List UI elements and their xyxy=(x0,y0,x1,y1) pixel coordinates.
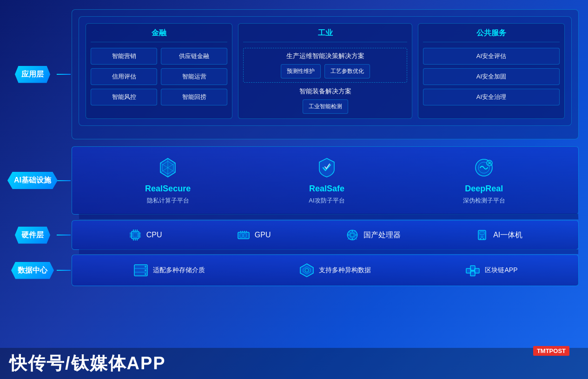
svg-point-49 xyxy=(145,266,146,268)
gpu-icon xyxy=(236,228,251,242)
industry-section: 工业 生产运维智能决策解决方案 预测性维护 工艺参数优化 智能装备解决方案 工业 xyxy=(238,23,412,119)
gpu-label: GPU xyxy=(255,231,271,239)
deepreal-item: DeepReal 深伪检测子平台 xyxy=(463,156,505,205)
public-item-2: AI安全加固 xyxy=(423,68,560,85)
ai-infra-label-inner: AI基础设施 xyxy=(7,172,58,189)
finance-item-6: 智能回捞 xyxy=(161,89,227,105)
realsecure-icon xyxy=(156,156,179,179)
cpu-icon xyxy=(128,228,143,242)
realsecure-name: RealSecure xyxy=(145,184,191,194)
finance-item-4: 智能运营 xyxy=(161,68,227,85)
ai-infra-content: RealSecure 隐私计算子平台 RealSafe AI攻防子平台 xyxy=(72,146,579,215)
datacenter-content-wrap: 适配多种存储介质 支持多种异构数据 xyxy=(72,255,579,286)
public-section: 公共服务 AI安全评估 AI安全加固 AI安全治理 xyxy=(418,23,565,119)
industry-title: 工业 xyxy=(243,28,407,42)
public-title: 公共服务 xyxy=(423,28,560,42)
datacenter-label: 数据中心 xyxy=(9,262,56,279)
solution1-title: 生产运维智能决策解决方案 xyxy=(247,52,403,60)
finance-title: 金融 xyxy=(91,28,227,42)
hardware-label: 硬件层 xyxy=(9,227,56,244)
tmtpost-badge-area: TMTPOST xyxy=(533,346,569,356)
finance-item-2: 供应链金融 xyxy=(161,48,227,65)
solution2-item-1: 工业智能检测 xyxy=(303,99,348,114)
app-layer-inner: 金融 智能营销 供应链金融 信用评估 智能运营 智能风控 智能回捞 工业 xyxy=(86,23,565,119)
solution1-item-1: 预测性维护 xyxy=(281,64,321,78)
main-container: 应用层 金融 智能营销 供应链金融 信用评估 智能运营 智能风控 智能回捞 xyxy=(0,0,588,379)
hw-ai-machine: AI一体机 xyxy=(475,228,522,242)
ai-infra-label: AI基础设施 xyxy=(9,172,56,189)
hardware-label-inner: 硬件层 xyxy=(15,227,50,244)
blockchain-label: 区块链APP xyxy=(485,266,517,274)
hardware-content: CPU GPU xyxy=(72,220,579,250)
realsecure-desc: 隐私计算子平台 xyxy=(147,196,189,205)
dc-blockchain: 区块链APP xyxy=(464,262,517,279)
finance-grid: 智能营销 供应链金融 信用评估 智能运营 智能风控 智能回捞 xyxy=(91,48,227,105)
ai-machine-label: AI一体机 xyxy=(493,230,522,240)
public-grid: AI安全评估 AI安全加固 AI安全治理 xyxy=(423,48,560,105)
hardware-layer-row: 硬件层 xyxy=(9,220,579,250)
svg-rect-26 xyxy=(244,234,246,237)
svg-point-50 xyxy=(145,269,146,271)
app-connector xyxy=(57,74,71,75)
hw-domestic: 国产处理器 xyxy=(345,228,401,242)
ai-connector xyxy=(57,180,71,181)
public-item-3: AI安全治理 xyxy=(423,89,560,105)
ai-machine-icon xyxy=(475,228,489,242)
svg-point-43 xyxy=(481,236,483,238)
solution2-items: 工业智能检测 xyxy=(243,99,407,114)
application-layer-row: 应用层 金融 智能营销 供应链金融 信用评估 智能运营 智能风控 智能回捞 xyxy=(9,9,579,139)
datacenter-layer-row: 数据中心 适配多种存储介质 xyxy=(9,255,579,286)
deepreal-icon xyxy=(472,156,496,179)
svg-point-54 xyxy=(305,268,309,272)
public-item-1: AI安全评估 xyxy=(423,48,560,65)
svg-rect-25 xyxy=(240,234,243,237)
watermark-cn: 快传号/钛媒体APP xyxy=(9,352,166,375)
solution2-box: 智能装备解决方案 工业智能检测 xyxy=(243,87,407,114)
hetero-label: 支持多种异构数据 xyxy=(319,266,371,274)
domestic-cpu-label: 国产处理器 xyxy=(363,230,401,240)
svg-rect-58 xyxy=(470,271,475,276)
svg-rect-11 xyxy=(133,233,138,237)
domestic-cpu-icon xyxy=(345,228,360,242)
app-layer-label-inner: 应用层 xyxy=(15,66,50,83)
hetero-icon xyxy=(298,262,315,279)
finance-item-5: 智能风控 xyxy=(91,89,157,105)
app-layer-label: 应用层 xyxy=(9,66,56,83)
blockchain-icon xyxy=(464,262,481,279)
realsafe-item: RealSafe AI攻防子平台 xyxy=(309,156,344,205)
solution2-title: 智能装备解决方案 xyxy=(243,87,407,96)
tmtpost-badge: TMTPOST xyxy=(533,346,569,356)
storage-label: 适配多种存储介质 xyxy=(153,266,205,274)
hw-connector xyxy=(57,235,71,235)
solution1-items: 预测性维护 工艺参数优化 xyxy=(247,64,403,78)
solution1-item-2: 工艺参数优化 xyxy=(324,64,370,78)
dc-storage: 适配多种存储介质 xyxy=(132,262,205,279)
hw-gpu: GPU xyxy=(236,228,271,242)
cpu-label: CPU xyxy=(146,231,162,239)
deepreal-desc: 深伪检测子平台 xyxy=(463,196,505,205)
industry-inner: 生产运维智能决策解决方案 预测性维护 工艺参数优化 xyxy=(243,48,407,83)
realsafe-desc: AI攻防子平台 xyxy=(309,196,344,205)
realsecure-item: RealSecure 隐私计算子平台 xyxy=(145,156,191,205)
ai-infra-layer-row: AI基础设施 RealSecure xyxy=(9,146,579,215)
datacenter-label-inner: 数据中心 xyxy=(11,262,54,279)
watermark: 快传号/钛媒体APP xyxy=(0,348,588,379)
datacenter-content: 适配多种存储介质 支持多种异构数据 xyxy=(72,255,579,286)
finance-item-3: 信用评估 xyxy=(91,68,157,85)
dc-connector xyxy=(57,270,71,271)
deepreal-name: DeepReal xyxy=(465,184,503,194)
ai-infra-content-wrap: RealSecure 隐私计算子平台 RealSafe AI攻防子平台 xyxy=(72,146,579,215)
hw-cpu: CPU xyxy=(128,228,162,242)
realsafe-name: RealSafe xyxy=(309,184,344,194)
dc-hetero: 支持多种异构数据 xyxy=(298,262,371,279)
app-layer-content: 金融 智能营销 供应链金融 信用评估 智能运营 智能风控 智能回捞 工业 xyxy=(72,9,579,139)
svg-rect-42 xyxy=(480,232,484,235)
finance-item-1: 智能营销 xyxy=(91,48,157,65)
hardware-content-wrap: CPU GPU xyxy=(72,220,579,250)
svg-point-51 xyxy=(145,273,146,275)
finance-section: 金融 智能营销 供应链金融 信用评估 智能运营 智能风控 智能回捞 xyxy=(86,23,232,119)
storage-icon xyxy=(132,262,149,279)
realsafe-icon xyxy=(315,156,338,179)
